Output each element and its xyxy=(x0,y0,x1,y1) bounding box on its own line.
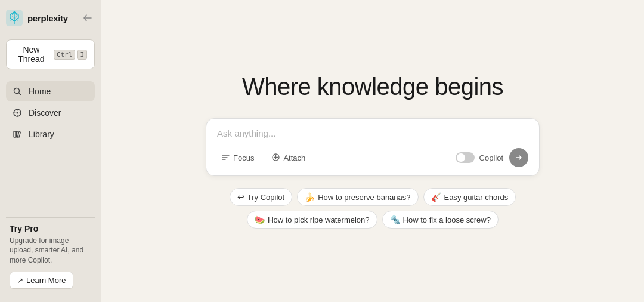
suggestion-screw-label: How to fix a loose screw? xyxy=(403,215,491,224)
kbd-ctrl: Ctrl xyxy=(54,50,76,60)
copilot-toggle: Copilot xyxy=(456,152,503,163)
suggestions-container: ↩ Try Copilot 🍌 How to preserve bananas?… xyxy=(188,188,558,229)
keyboard-hint: Ctrl I xyxy=(54,50,87,60)
logo: perplexity xyxy=(6,10,68,26)
sidebar-item-discover-label: Discover xyxy=(29,108,61,118)
try-pro-title: Try Pro xyxy=(10,224,91,233)
attach-button[interactable]: Attach xyxy=(267,150,309,165)
sidebar-item-discover[interactable]: Discover xyxy=(6,103,95,123)
attach-icon xyxy=(271,153,280,162)
search-tools-right: Copilot xyxy=(456,148,528,167)
screw-emoji: 🔩 xyxy=(390,215,400,224)
sidebar-item-library[interactable]: Library xyxy=(6,124,95,144)
suggestion-chip-guitar[interactable]: 🎸 Easy guitar chords xyxy=(423,188,516,206)
kbd-i: I xyxy=(77,50,87,60)
sidebar-header: perplexity xyxy=(6,7,95,29)
suggestion-chip-screw[interactable]: 🔩 How to fix a loose screw? xyxy=(382,211,499,229)
main-content: Where knowledge begins Focus xyxy=(101,0,644,302)
focus-icon xyxy=(221,153,230,162)
guitar-emoji: 🎸 xyxy=(431,192,441,202)
try-pro-section: Try Pro Upgrade for image upload, smarte… xyxy=(6,217,95,295)
learn-more-label: Learn More xyxy=(26,276,66,285)
compass-icon xyxy=(12,107,23,118)
suggestion-bananas-label: How to preserve bananas? xyxy=(318,193,410,202)
watermelon-emoji: 🍉 xyxy=(255,215,265,224)
svg-line-5 xyxy=(19,93,21,95)
logo-icon xyxy=(6,10,23,26)
svg-point-7 xyxy=(17,112,18,114)
submit-button[interactable] xyxy=(509,148,528,167)
new-thread-label: New Thread xyxy=(14,45,49,64)
copilot-label: Copilot xyxy=(479,153,503,162)
learn-more-button[interactable]: ↗ Learn More xyxy=(10,272,73,289)
svg-rect-8 xyxy=(14,131,16,137)
sidebar-item-home-label: Home xyxy=(29,87,51,96)
library-icon xyxy=(12,129,23,140)
search-icon xyxy=(12,86,23,97)
suggestion-chip-watermelon[interactable]: 🍉 How to pick ripe watermelon? xyxy=(247,211,377,229)
external-link-icon: ↗ xyxy=(17,276,23,285)
suggestion-guitar-label: Easy guitar chords xyxy=(444,193,509,202)
sidebar-item-library-label: Library xyxy=(29,130,54,139)
suggestion-watermelon-label: How to pick ripe watermelon? xyxy=(268,215,370,224)
suggestion-chip-copilot[interactable]: ↩ Try Copilot xyxy=(230,188,292,206)
search-input[interactable] xyxy=(217,128,528,138)
try-pro-description: Upgrade for image upload, smarter AI, an… xyxy=(10,236,91,266)
logo-text: perplexity xyxy=(27,13,68,23)
collapse-sidebar-button[interactable] xyxy=(80,11,95,25)
sidebar-item-home[interactable]: Home xyxy=(6,81,95,101)
search-box: Focus Attach Copilot xyxy=(206,118,540,176)
suggestion-chip-bananas[interactable]: 🍌 How to preserve bananas? xyxy=(297,188,418,206)
suggestion-copilot-label: Try Copilot xyxy=(247,193,284,202)
focus-button[interactable]: Focus xyxy=(217,150,258,165)
nav-items: Home Discover Library xyxy=(6,81,95,212)
copilot-emoji: ↩ xyxy=(237,192,244,202)
copilot-toggle-switch[interactable] xyxy=(456,152,475,163)
bananas-emoji: 🍌 xyxy=(305,192,315,202)
search-toolbar: Focus Attach Copilot xyxy=(217,148,528,167)
search-tools-left: Focus Attach xyxy=(217,150,309,165)
sidebar: perplexity New Thread Ctrl I Home xyxy=(0,0,101,302)
main-headline: Where knowledge begins xyxy=(242,73,503,100)
new-thread-button[interactable]: New Thread Ctrl I xyxy=(6,39,95,69)
focus-label: Focus xyxy=(233,153,254,162)
attach-label: Attach xyxy=(283,153,305,162)
